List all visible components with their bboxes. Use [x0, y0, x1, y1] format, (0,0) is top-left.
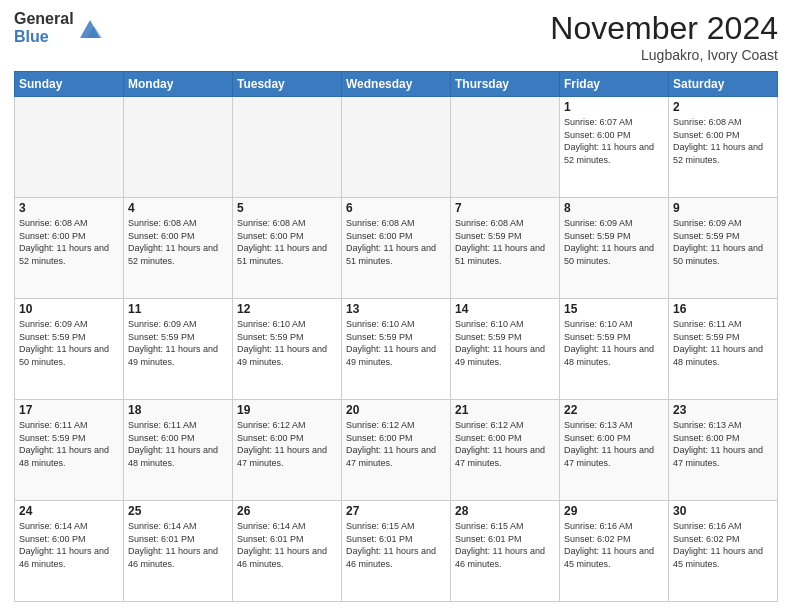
- day-number: 19: [237, 403, 337, 417]
- col-monday: Monday: [124, 72, 233, 97]
- day-info: Sunrise: 6:11 AMSunset: 5:59 PMDaylight:…: [673, 318, 773, 368]
- day-number: 30: [673, 504, 773, 518]
- day-info: Sunrise: 6:15 AMSunset: 6:01 PMDaylight:…: [346, 520, 446, 570]
- day-info: Sunrise: 6:09 AMSunset: 5:59 PMDaylight:…: [128, 318, 228, 368]
- day-info: Sunrise: 6:13 AMSunset: 6:00 PMDaylight:…: [564, 419, 664, 469]
- table-row: 9Sunrise: 6:09 AMSunset: 5:59 PMDaylight…: [669, 198, 778, 299]
- day-info: Sunrise: 6:09 AMSunset: 5:59 PMDaylight:…: [564, 217, 664, 267]
- day-info: Sunrise: 6:14 AMSunset: 6:01 PMDaylight:…: [128, 520, 228, 570]
- day-info: Sunrise: 6:11 AMSunset: 5:59 PMDaylight:…: [19, 419, 119, 469]
- day-info: Sunrise: 6:13 AMSunset: 6:00 PMDaylight:…: [673, 419, 773, 469]
- logo-text: General Blue: [14, 10, 74, 45]
- table-row: 24Sunrise: 6:14 AMSunset: 6:00 PMDayligh…: [15, 501, 124, 602]
- table-row: 11Sunrise: 6:09 AMSunset: 5:59 PMDayligh…: [124, 299, 233, 400]
- header: General Blue November 2024 Lugbakro, Ivo…: [14, 10, 778, 63]
- table-row: 10Sunrise: 6:09 AMSunset: 5:59 PMDayligh…: [15, 299, 124, 400]
- day-number: 10: [19, 302, 119, 316]
- day-info: Sunrise: 6:14 AMSunset: 6:00 PMDaylight:…: [19, 520, 119, 570]
- col-friday: Friday: [560, 72, 669, 97]
- day-number: 5: [237, 201, 337, 215]
- table-row: 17Sunrise: 6:11 AMSunset: 5:59 PMDayligh…: [15, 400, 124, 501]
- table-row: 8Sunrise: 6:09 AMSunset: 5:59 PMDaylight…: [560, 198, 669, 299]
- calendar-week-row: 3Sunrise: 6:08 AMSunset: 6:00 PMDaylight…: [15, 198, 778, 299]
- calendar-week-row: 24Sunrise: 6:14 AMSunset: 6:00 PMDayligh…: [15, 501, 778, 602]
- col-saturday: Saturday: [669, 72, 778, 97]
- logo-blue: Blue: [14, 28, 74, 46]
- day-number: 8: [564, 201, 664, 215]
- table-row: 21Sunrise: 6:12 AMSunset: 6:00 PMDayligh…: [451, 400, 560, 501]
- day-info: Sunrise: 6:15 AMSunset: 6:01 PMDaylight:…: [455, 520, 555, 570]
- day-number: 16: [673, 302, 773, 316]
- table-row: 20Sunrise: 6:12 AMSunset: 6:00 PMDayligh…: [342, 400, 451, 501]
- day-number: 12: [237, 302, 337, 316]
- col-sunday: Sunday: [15, 72, 124, 97]
- table-row: 13Sunrise: 6:10 AMSunset: 5:59 PMDayligh…: [342, 299, 451, 400]
- table-row: [233, 97, 342, 198]
- page: General Blue November 2024 Lugbakro, Ivo…: [0, 0, 792, 612]
- day-info: Sunrise: 6:10 AMSunset: 5:59 PMDaylight:…: [564, 318, 664, 368]
- day-number: 18: [128, 403, 228, 417]
- day-info: Sunrise: 6:08 AMSunset: 6:00 PMDaylight:…: [673, 116, 773, 166]
- day-number: 25: [128, 504, 228, 518]
- day-info: Sunrise: 6:14 AMSunset: 6:01 PMDaylight:…: [237, 520, 337, 570]
- day-info: Sunrise: 6:08 AMSunset: 6:00 PMDaylight:…: [237, 217, 337, 267]
- day-number: 21: [455, 403, 555, 417]
- table-row: 4Sunrise: 6:08 AMSunset: 6:00 PMDaylight…: [124, 198, 233, 299]
- day-number: 7: [455, 201, 555, 215]
- table-row: 7Sunrise: 6:08 AMSunset: 5:59 PMDaylight…: [451, 198, 560, 299]
- day-number: 15: [564, 302, 664, 316]
- table-row: [342, 97, 451, 198]
- day-number: 24: [19, 504, 119, 518]
- day-number: 3: [19, 201, 119, 215]
- day-info: Sunrise: 6:08 AMSunset: 6:00 PMDaylight:…: [19, 217, 119, 267]
- day-info: Sunrise: 6:11 AMSunset: 6:00 PMDaylight:…: [128, 419, 228, 469]
- day-info: Sunrise: 6:10 AMSunset: 5:59 PMDaylight:…: [455, 318, 555, 368]
- day-number: 22: [564, 403, 664, 417]
- calendar-week-row: 17Sunrise: 6:11 AMSunset: 5:59 PMDayligh…: [15, 400, 778, 501]
- calendar-table: Sunday Monday Tuesday Wednesday Thursday…: [14, 71, 778, 602]
- table-row: 27Sunrise: 6:15 AMSunset: 6:01 PMDayligh…: [342, 501, 451, 602]
- day-number: 6: [346, 201, 446, 215]
- table-row: 2Sunrise: 6:08 AMSunset: 6:00 PMDaylight…: [669, 97, 778, 198]
- logo: General Blue: [14, 10, 104, 45]
- day-number: 1: [564, 100, 664, 114]
- logo-general: General: [14, 10, 74, 28]
- table-row: 1Sunrise: 6:07 AMSunset: 6:00 PMDaylight…: [560, 97, 669, 198]
- day-info: Sunrise: 6:16 AMSunset: 6:02 PMDaylight:…: [564, 520, 664, 570]
- month-title: November 2024: [550, 10, 778, 47]
- logo-icon: [76, 14, 104, 42]
- day-number: 4: [128, 201, 228, 215]
- table-row: 28Sunrise: 6:15 AMSunset: 6:01 PMDayligh…: [451, 501, 560, 602]
- day-info: Sunrise: 6:07 AMSunset: 6:00 PMDaylight:…: [564, 116, 664, 166]
- table-row: [451, 97, 560, 198]
- location: Lugbakro, Ivory Coast: [550, 47, 778, 63]
- table-row: 30Sunrise: 6:16 AMSunset: 6:02 PMDayligh…: [669, 501, 778, 602]
- calendar-header-row: Sunday Monday Tuesday Wednesday Thursday…: [15, 72, 778, 97]
- day-info: Sunrise: 6:08 AMSunset: 6:00 PMDaylight:…: [346, 217, 446, 267]
- day-info: Sunrise: 6:10 AMSunset: 5:59 PMDaylight:…: [237, 318, 337, 368]
- day-number: 20: [346, 403, 446, 417]
- title-area: November 2024 Lugbakro, Ivory Coast: [550, 10, 778, 63]
- day-number: 23: [673, 403, 773, 417]
- col-tuesday: Tuesday: [233, 72, 342, 97]
- day-number: 2: [673, 100, 773, 114]
- table-row: 29Sunrise: 6:16 AMSunset: 6:02 PMDayligh…: [560, 501, 669, 602]
- table-row: 5Sunrise: 6:08 AMSunset: 6:00 PMDaylight…: [233, 198, 342, 299]
- table-row: 18Sunrise: 6:11 AMSunset: 6:00 PMDayligh…: [124, 400, 233, 501]
- col-thursday: Thursday: [451, 72, 560, 97]
- day-number: 11: [128, 302, 228, 316]
- table-row: 14Sunrise: 6:10 AMSunset: 5:59 PMDayligh…: [451, 299, 560, 400]
- day-number: 26: [237, 504, 337, 518]
- table-row: 6Sunrise: 6:08 AMSunset: 6:00 PMDaylight…: [342, 198, 451, 299]
- day-number: 9: [673, 201, 773, 215]
- day-info: Sunrise: 6:08 AMSunset: 6:00 PMDaylight:…: [128, 217, 228, 267]
- table-row: 25Sunrise: 6:14 AMSunset: 6:01 PMDayligh…: [124, 501, 233, 602]
- day-info: Sunrise: 6:12 AMSunset: 6:00 PMDaylight:…: [346, 419, 446, 469]
- table-row: 15Sunrise: 6:10 AMSunset: 5:59 PMDayligh…: [560, 299, 669, 400]
- day-info: Sunrise: 6:16 AMSunset: 6:02 PMDaylight:…: [673, 520, 773, 570]
- calendar-week-row: 10Sunrise: 6:09 AMSunset: 5:59 PMDayligh…: [15, 299, 778, 400]
- day-info: Sunrise: 6:08 AMSunset: 5:59 PMDaylight:…: [455, 217, 555, 267]
- table-row: 3Sunrise: 6:08 AMSunset: 6:00 PMDaylight…: [15, 198, 124, 299]
- table-row: 16Sunrise: 6:11 AMSunset: 5:59 PMDayligh…: [669, 299, 778, 400]
- table-row: 19Sunrise: 6:12 AMSunset: 6:00 PMDayligh…: [233, 400, 342, 501]
